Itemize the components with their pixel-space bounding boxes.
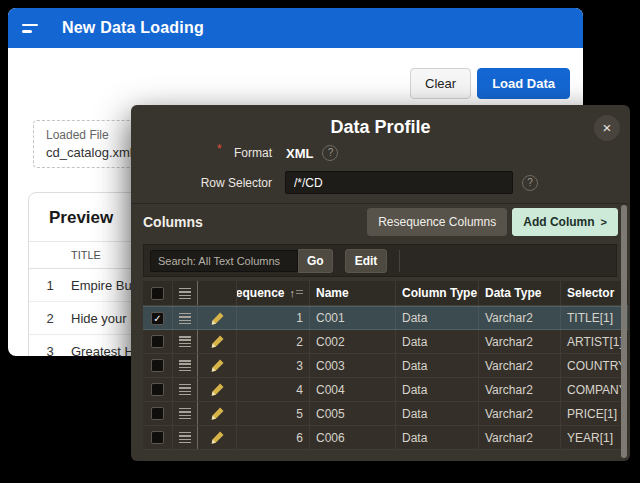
dialog-title: Data Profile [131,117,630,138]
edit-pencil-icon[interactable] [210,334,225,349]
sort-ascending-icon: ↑ [290,287,304,299]
menu-icon[interactable] [22,19,44,37]
drag-handle-icon[interactable] [179,408,191,419]
cell-sequence: 2 [237,330,310,353]
drag-handle-icon[interactable] [179,336,191,347]
cell-sequence: 6 [237,426,310,449]
cell-selector: COMPANY [561,378,628,401]
cell-selector: ARTIST[1] [561,330,628,353]
required-icon: * [217,142,222,156]
cell-column-type: Data [396,378,479,401]
selector-column-header[interactable]: Selector [561,281,628,305]
resequence-columns-button[interactable]: Resequence Columns [367,208,507,236]
scrollbar-thumb[interactable] [621,205,627,458]
cell-data-type: Varchar2 [479,426,561,449]
action-bar: Clear Load Data [410,68,570,99]
row-checkbox[interactable] [151,359,164,372]
cell-column-type: Data [396,402,479,425]
go-button[interactable]: Go [298,249,333,273]
row-menu-icon [179,288,191,299]
drag-handle-icon[interactable] [179,360,191,371]
cell-column-type: Data [396,426,479,449]
drag-handle-icon[interactable] [179,313,191,324]
edit-pencil-icon[interactable] [210,430,225,445]
cell-data-type: Varchar2 [479,354,561,377]
preview-row-num: 2 [29,302,71,335]
format-field-row: * Format XML ? [131,145,338,161]
row-checkbox-checked[interactable]: ✓ [151,312,164,325]
table-row[interactable]: 5 C005 Data Varchar2 PRICE[1] [143,402,628,426]
cell-selector: YEAR[1] [561,426,628,449]
select-all-checkbox[interactable] [151,287,164,300]
cell-data-type: Varchar2 [479,402,561,425]
cell-data-type: Varchar2 [479,330,561,353]
cell-data-type: Varchar2 [479,307,561,329]
row-checkbox[interactable] [151,383,164,396]
table-row[interactable]: 4 C004 Data Varchar2 COMPANY [143,378,628,402]
format-value: XML [286,146,313,161]
column-type-column-header[interactable]: Column Type [396,281,479,305]
cell-sequence: 5 [237,402,310,425]
app-header: New Data Loading [8,8,583,48]
cell-column-type: Data [396,330,479,353]
cell-name: C002 [310,330,396,353]
drag-handle-icon[interactable] [179,384,191,395]
cell-selector: PRICE[1] [561,402,628,425]
row-selector-input[interactable] [285,171,513,194]
edit-pencil-icon[interactable] [210,311,225,326]
cell-sequence: 4 [237,378,310,401]
page-title: New Data Loading [62,19,204,37]
search-input[interactable] [150,250,298,272]
table-row[interactable]: 6 C006 Data Varchar2 YEAR[1] [143,426,628,450]
row-selector-label: Row Selector [131,176,272,190]
add-column-button[interactable]: Add Column > [512,208,618,236]
cell-column-type: Data [396,354,479,377]
edit-button[interactable]: Edit [345,249,388,273]
cell-selector: COUNTRY [561,354,628,377]
cell-name: C005 [310,402,396,425]
row-selector-field-row: Row Selector ? [131,171,538,194]
format-label: * Format [131,146,272,160]
row-checkbox[interactable] [151,335,164,348]
clear-button[interactable]: Clear [410,68,471,99]
data-profile-dialog: Data Profile × * Format XML ? Row Select… [131,105,630,461]
table-row[interactable]: 2 C002 Data Varchar2 ARTIST[1] [143,330,628,354]
row-checkbox[interactable] [151,431,164,444]
columns-label: Columns [143,214,203,230]
edit-pencil-icon[interactable] [210,382,225,397]
cell-selector: TITLE[1] [561,307,628,329]
toolbar-divider [399,250,400,272]
row-checkbox[interactable] [151,407,164,420]
edit-pencil-icon[interactable] [210,358,225,373]
chevron-right-icon: > [601,216,607,228]
preview-row-num: 1 [29,269,71,302]
sequence-column-header[interactable]: Sequence ↑ [237,281,310,305]
cell-sequence: 1 [237,307,310,329]
data-type-column-header[interactable]: Data Type [479,281,561,305]
table-row[interactable]: 3 C003 Data Varchar2 COUNTRY [143,354,628,378]
cell-data-type: Varchar2 [479,378,561,401]
table-row[interactable]: ✓ 1 C001 Data Varchar2 TITLE[1] [143,306,628,330]
cell-sequence: 3 [237,354,310,377]
help-icon[interactable]: ? [322,145,338,161]
cell-name: C004 [310,378,396,401]
cell-column-type: Data [396,307,479,329]
grid-header-row: Sequence ↑ Name Column Type Data Type Se… [143,281,628,306]
drag-handle-icon[interactable] [179,432,191,443]
close-icon[interactable]: × [594,115,620,141]
load-data-button[interactable]: Load Data [477,68,570,99]
columns-grid: Sequence ↑ Name Column Type Data Type Se… [143,281,628,450]
search-toolbar: Go Edit [143,244,617,277]
cell-name: C001 [310,307,396,329]
cell-name: C006 [310,426,396,449]
preview-row-num: 3 [29,335,71,357]
columns-section-header: Columns Resequence Columns Add Column > [131,203,630,240]
cell-name: C003 [310,354,396,377]
edit-pencil-icon[interactable] [210,406,225,421]
name-column-header[interactable]: Name [310,281,396,305]
edit-column-header [198,281,237,305]
help-icon[interactable]: ? [522,175,538,191]
